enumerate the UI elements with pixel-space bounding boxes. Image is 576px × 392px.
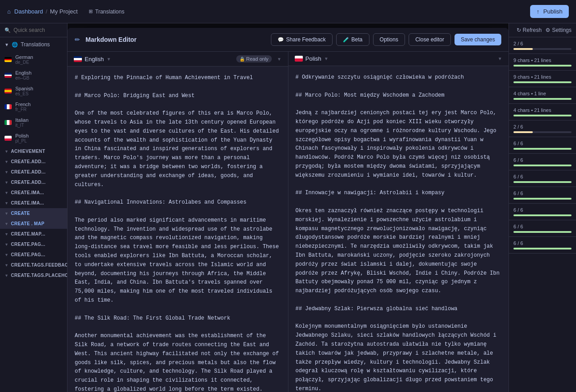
options-button[interactable]: Options (373, 33, 405, 46)
sidebar-search-container: 🔍 (0, 23, 67, 37)
sidebar-item-spanish[interactable]: Spanish es_ES (0, 83, 67, 99)
sidebar-item-polish[interactable]: Polish pl_PL (0, 130, 67, 146)
translation-entry-8: 6 / 6 (509, 170, 576, 187)
feedback-icon: 💬 (278, 37, 284, 43)
lang-code-italian: it_IT (15, 123, 28, 128)
sidebar-tree-create-pag-2[interactable]: ▼ CREATE.PAG... (0, 249, 67, 260)
search-icon: 🔍 (4, 27, 11, 33)
beta-icon: 🧪 (343, 37, 349, 43)
sidebar-tree-create-map[interactable]: ▼ CREATE . MAP (0, 218, 67, 229)
refresh-button[interactable]: ↻ Refresh (517, 27, 542, 33)
lang-code-polish: pl_PL (15, 138, 29, 143)
sidebar-tree-create-add-1[interactable]: ▼ CREATE.ADD... (0, 156, 67, 167)
translation-bar-fill-0 (513, 48, 533, 50)
markdown-editor-modal: ✏ Markdown Editor 💬 Share Feedback 🧪 Bet… (68, 28, 508, 392)
translation-entry-4: 4 chars • 21 lines (509, 104, 576, 120)
chevron-down-icon: ▼ (4, 242, 9, 247)
chevron-down-icon: ▼ (4, 170, 9, 174)
translation-bar-3 (513, 98, 572, 100)
translation-bar-fill-3 (513, 98, 572, 100)
chevron-down-icon: ▼ (498, 56, 502, 61)
publish-button[interactable]: ↑ Publish (530, 5, 569, 18)
translation-count-2: 9 chars • 21 lines (513, 74, 551, 80)
translation-count-10: 6 / 6 (513, 207, 523, 213)
sidebar-translations-label: Translations (21, 41, 50, 48)
translation-entry-3: 4 chars • 1 line (509, 87, 576, 104)
polish-editor-pane: Polish ▼ ▼ # Odkrywanie szczytu osiągnię… (288, 52, 509, 392)
sidebar-item-italian[interactable]: Italian it_IT (0, 115, 67, 130)
share-feedback-button[interactable]: 💬 Share Feedback (271, 33, 333, 46)
sidebar: 🔍 ▼ 🌐 Translations German de_DE English … (0, 23, 68, 392)
sidebar-item-german[interactable]: German de_DE (0, 52, 67, 67)
polish-lang-selector[interactable]: Polish ▼ (295, 55, 495, 62)
chevron-down-icon: ▼ (4, 42, 9, 47)
english-pane-content[interactable]: # Exploring the Pinnacle of Human Achiev… (68, 67, 288, 392)
polish-lang-label: Polish (306, 55, 321, 62)
sidebar-tree-create-pag-1[interactable]: ▼ CREATE.PAG... (0, 239, 67, 249)
sidebar-tree-create-add-3[interactable]: ▼ CREATE.ADD... (0, 177, 67, 187)
translation-bar-1 (513, 65, 572, 67)
search-input[interactable] (14, 27, 63, 33)
english-pane-header: English ▼ 🔒 Read only ▼ (68, 52, 288, 67)
settings-button[interactable]: ⚙ Settings (545, 27, 572, 33)
translation-bar-fill-5 (513, 131, 533, 133)
translation-bar-4 (513, 115, 572, 116)
close-editor-button[interactable]: Close editor (409, 33, 451, 46)
translation-count-11: 6 / 6 (513, 224, 523, 229)
polish-pane-content[interactable]: # Odkrywanie szczytu osiągnięć człowieka… (288, 66, 509, 392)
translation-bar-5 (513, 131, 572, 133)
translation-entry-1: 9 chars • 21 lines (509, 54, 576, 71)
chevron-down-icon: ▼ (4, 232, 9, 236)
translation-entry-0: 2 / 6 (509, 37, 576, 54)
translation-count-3: 4 chars • 1 line (513, 91, 546, 96)
chevron-down-icon: ▼ (4, 273, 9, 278)
translation-count-8: 6 / 6 (513, 174, 523, 179)
sidebar-tree-create-map-2[interactable]: ▼ CREATE.MAP... (0, 229, 67, 239)
translation-bar-fill-4 (513, 115, 572, 116)
breadcrumb-project[interactable]: My Project (50, 8, 77, 15)
beta-button[interactable]: 🧪 Beta (336, 33, 369, 46)
sidebar-tree-achievement[interactable]: ▼ ACHIEVEMENT (0, 146, 67, 156)
translation-entry-7: 6 / 6 (509, 154, 576, 170)
sidebar-tree-create-ima-2[interactable]: ▼ CREATE.IMA... (0, 198, 67, 208)
chevron-down-icon: ▼ (4, 263, 9, 267)
translation-entry-9: 6 / 6 (509, 187, 576, 204)
translation-count-0: 2 / 6 (513, 41, 523, 46)
modal-actions: 💬 Share Feedback 🧪 Beta Options Close ed… (271, 33, 501, 46)
translation-entry-10: 6 / 6 (509, 204, 576, 220)
translations-nav[interactable]: ⊞ Translations (89, 9, 125, 15)
modal-title: Markdown Editor (86, 36, 266, 43)
translation-bar-0 (513, 48, 572, 50)
lang-name-spanish: Spanish (15, 86, 33, 91)
lang-name-french: French (15, 102, 31, 107)
sidebar-item-french[interactable]: French fr_FR (0, 99, 67, 115)
translation-count-4: 4 chars • 21 lines (513, 107, 551, 113)
read-only-badge: 🔒 Read only (236, 55, 272, 62)
sidebar-tree-create-tags-placeholder[interactable]: ▼ CREATE.TAGS.PLACEHOLDER (0, 270, 67, 281)
breadcrumb: Dashboard / My Project (14, 8, 78, 15)
translation-entry-12: 6 / 6 (509, 237, 576, 254)
lang-name-polish: Polish (15, 133, 29, 138)
english-lang-selector[interactable]: English ▼ (74, 56, 233, 62)
lang-code-spanish: es_ES (15, 91, 33, 96)
sidebar-tree-create[interactable]: ▼ CREATE (0, 208, 67, 218)
breadcrumb-dashboard[interactable]: Dashboard (14, 8, 43, 15)
chevron-down-icon: ▼ (277, 57, 282, 62)
sidebar-tree-create-ima-1[interactable]: ▼ CREATE.IMA... (0, 187, 67, 198)
main-layout: 🔍 ▼ 🌐 Translations German de_DE English … (0, 23, 576, 392)
modal-header: ✏ Markdown Editor 💬 Share Feedback 🧪 Bet… (68, 28, 508, 52)
sidebar-item-english[interactable]: English en–GB (0, 67, 67, 83)
chevron-down-icon: ▼ (324, 56, 328, 61)
polish-pane-header: Polish ▼ ▼ (288, 52, 509, 66)
save-changes-button[interactable]: Save changes (454, 34, 501, 45)
translation-count-7: 6 / 6 (513, 157, 523, 163)
lock-icon: 🔒 (239, 57, 245, 62)
sidebar-tree-create-add-2[interactable]: ▼ CREATE.ADD... (0, 167, 67, 177)
sidebar-translations-toggle[interactable]: ▼ 🌐 Translations (0, 37, 67, 52)
sidebar-tree-create-tags-feedback[interactable]: ▼ CREATE.TAGS.FEEDBACK (0, 260, 67, 270)
modal-body: English ▼ 🔒 Read only ▼ # Exploring the … (68, 52, 508, 392)
chevron-down-icon: ▼ (107, 57, 111, 62)
top-bar-left: ⌂ Dashboard / My Project ⊞ Translations (7, 8, 525, 15)
translation-entry-5: 2 / 6 (509, 120, 576, 137)
chevron-down-icon: ▼ (4, 191, 9, 195)
